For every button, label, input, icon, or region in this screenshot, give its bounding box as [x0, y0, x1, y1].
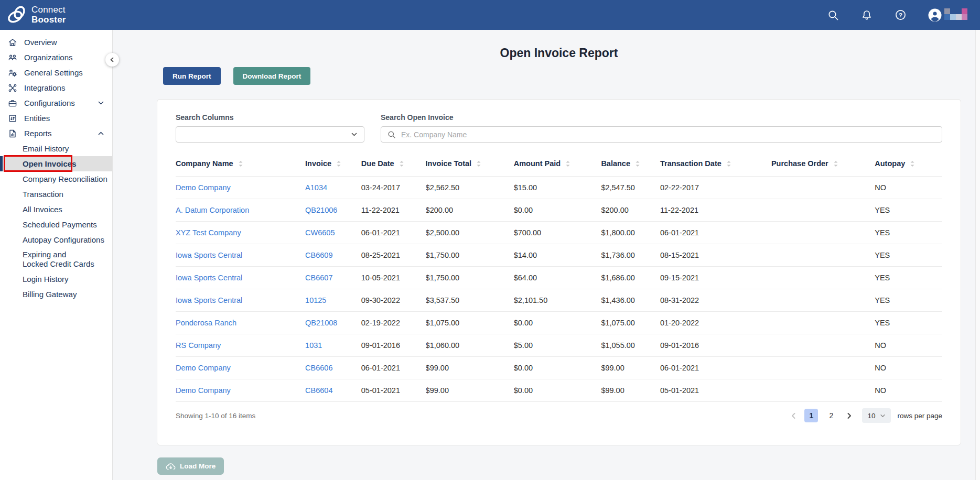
sort-icon[interactable]: [336, 160, 342, 168]
reports-icon: [8, 129, 17, 138]
sidebar-item-general-settings[interactable]: General Settings: [0, 65, 112, 80]
user-avatar-icon[interactable]: [928, 8, 942, 23]
sidebar-item-all-invoices[interactable]: All Invoices: [0, 202, 112, 217]
sidebar-item-integrations[interactable]: Integrations: [0, 80, 112, 95]
company-link[interactable]: Iowa Sports Central: [176, 296, 242, 304]
invoice-link[interactable]: CB6609: [305, 251, 332, 259]
cell-due-date: 09-30-2022: [361, 289, 426, 312]
connectbooster-logo[interactable]: Connect Booster: [6, 5, 66, 26]
invoice-link[interactable]: CB6604: [305, 386, 332, 395]
cell-company: A. Datum Corporation: [176, 199, 305, 222]
sidebar-collapse-button[interactable]: [105, 53, 119, 67]
sidebar-item-configurations[interactable]: Configurations: [0, 95, 112, 111]
sidebar-item-login-history[interactable]: Login History: [0, 271, 112, 287]
sort-icon[interactable]: [399, 160, 405, 168]
company-link[interactable]: Demo Company: [176, 386, 231, 395]
sidebar-item-organizations[interactable]: Organizations: [0, 50, 112, 65]
run-report-button[interactable]: Run Report: [163, 67, 221, 85]
sidebar-item-scheduled-payments[interactable]: Scheduled Payments: [0, 217, 112, 232]
sort-icon[interactable]: [238, 160, 244, 168]
page-layout: OverviewOrganizationsGeneral SettingsInt…: [0, 30, 980, 480]
page-button-1[interactable]: 1: [804, 409, 818, 422]
sort-icon[interactable]: [565, 160, 571, 168]
sidebar-item-label: Organizations: [24, 53, 73, 62]
column-label: Purchase Order: [771, 159, 828, 168]
sort-icon[interactable]: [726, 160, 732, 168]
company-link[interactable]: Ponderosa Ranch: [176, 319, 236, 327]
cell-autopay: YES: [875, 244, 942, 267]
column-label: Due Date: [361, 159, 394, 168]
sidebar-item-label: Transaction: [23, 190, 63, 199]
sidebar-item-overview[interactable]: Overview: [0, 35, 112, 50]
sidebar-item-open-invoices[interactable]: Open Invoices: [0, 156, 112, 171]
invoice-link[interactable]: CB6606: [305, 364, 332, 372]
sort-icon[interactable]: [634, 160, 641, 168]
download-report-button[interactable]: Download Report: [233, 67, 311, 85]
cloud-download-icon: [166, 462, 176, 471]
page-scrollbar[interactable]: [975, 30, 980, 480]
chevron-up-icon[interactable]: [98, 130, 104, 137]
chevron-down-icon[interactable]: [98, 100, 104, 106]
cell-invoice-total: $2,500.00: [426, 222, 514, 244]
invoice-link[interactable]: A1034: [305, 183, 327, 192]
next-page-icon[interactable]: [843, 409, 855, 422]
cell-autopay: YES: [875, 312, 942, 334]
report-actions: Run Report Download Report: [163, 67, 980, 85]
sidebar-item-label: Overview: [24, 38, 57, 47]
column-label: Autopay: [875, 159, 905, 168]
cell-balance: $200.00: [601, 199, 660, 222]
company-link[interactable]: A. Datum Corporation: [176, 206, 249, 214]
sidebar-item-reports[interactable]: Reports: [0, 126, 112, 141]
cell-purchase-order: [771, 357, 875, 379]
cell-amount-paid: $14.00: [514, 244, 601, 267]
page-button-2[interactable]: 2: [824, 409, 838, 422]
notifications-bell-icon[interactable]: [860, 9, 873, 21]
sidebar-item-email-history[interactable]: Email History: [0, 141, 112, 156]
company-link[interactable]: Iowa Sports Central: [176, 251, 242, 259]
company-link[interactable]: Demo Company: [176, 183, 231, 192]
table-row: RS Company103109-01-2016$1,060.00$5.00$1…: [176, 334, 942, 357]
brand-text: Connect Booster: [31, 5, 66, 25]
sort-icon[interactable]: [833, 160, 839, 168]
load-more-button[interactable]: Load More: [157, 457, 224, 475]
cell-autopay: YES: [875, 267, 942, 289]
user-name-redacted: [944, 8, 967, 20]
company-link[interactable]: Demo Company: [176, 364, 231, 372]
cell-transaction-date: 06-01-2021: [660, 357, 771, 379]
search-icon[interactable]: [827, 9, 839, 21]
search-columns-select[interactable]: [176, 126, 364, 143]
company-link[interactable]: RS Company: [176, 341, 221, 350]
sidebar-item-expiring-and-locked-credit-cards[interactable]: Expiring and Locked Credit Cards: [0, 247, 112, 271]
connectbooster-logo-icon: [6, 5, 28, 26]
table-row: A. Datum CorporationQB2100611-22-2021$20…: [176, 199, 942, 222]
cell-invoice: A1034: [305, 177, 361, 199]
rows-per-page-select[interactable]: 10: [862, 408, 891, 423]
invoice-link[interactable]: CW6605: [305, 228, 335, 237]
sidebar-item-billing-gateway[interactable]: Billing Gateway: [0, 287, 112, 302]
cell-invoice-total: $3,537.50: [426, 289, 514, 312]
cell-company: Iowa Sports Central: [176, 267, 305, 289]
cell-due-date: 05-01-2021: [361, 379, 426, 402]
sidebar-item-company-reconciliation[interactable]: Company Reconciliation: [0, 171, 112, 187]
sort-icon[interactable]: [476, 160, 482, 168]
column-label: Invoice Total: [426, 159, 472, 168]
invoice-link[interactable]: 10125: [305, 296, 326, 304]
sidebar-item-entities[interactable]: Entities: [0, 111, 112, 126]
company-link[interactable]: Iowa Sports Central: [176, 274, 242, 282]
company-link[interactable]: XYZ Test Company: [176, 228, 241, 237]
help-icon[interactable]: ?: [894, 9, 907, 21]
invoice-link[interactable]: CB6607: [305, 274, 332, 282]
invoice-link[interactable]: QB21008: [305, 319, 337, 327]
search-columns-filter: Search Columns: [176, 113, 364, 143]
cell-amount-paid: $5.00: [514, 334, 601, 357]
sidebar-item-transaction[interactable]: Transaction: [0, 187, 112, 202]
sort-icon[interactable]: [909, 160, 916, 168]
search-open-invoice-input[interactable]: [401, 130, 935, 139]
search-open-invoice-box[interactable]: [381, 126, 942, 143]
sidebar-item-autopay-configurations[interactable]: Autopay Configurations: [0, 232, 112, 247]
invoice-link[interactable]: 1031: [305, 341, 322, 350]
user-menu[interactable]: [928, 8, 967, 23]
invoice-link[interactable]: QB21006: [305, 206, 337, 214]
cell-company: Iowa Sports Central: [176, 289, 305, 312]
previous-page-icon[interactable]: [787, 409, 800, 422]
